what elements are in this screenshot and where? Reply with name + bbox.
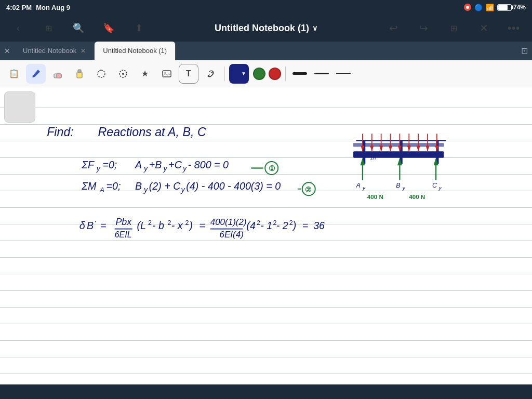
time-display: 4:02 PM [6,4,32,11]
svg-marker-82 [417,146,420,152]
lasso-tool-button[interactable] [113,64,133,84]
svg-text:(2) + C: (2) + C [149,180,181,192]
pen-tool-button[interactable] [26,64,46,84]
eraser-icon [52,69,63,79]
split-view-icon[interactable]: ⊡ [521,46,528,56]
svg-line-0 [33,75,33,77]
status-left: 4:02 PM Mon Aug 9 [6,4,70,11]
svg-marker-84 [425,146,429,152]
nav-left-buttons: ‹ ⊞ 🔍 🔖 ⬆ [8,18,149,38]
handwriting-canvas: Find: Reactions at A, B, C ΣF y =0; A y … [0,87,532,384]
svg-text:②: ② [305,185,312,194]
page-thumbnail[interactable] [4,91,35,123]
nav-title-area[interactable]: Untitled Notebook (1) ∨ [215,23,317,34]
drawing-toolbar: 📋 [0,60,532,87]
lasso-icon [118,69,128,79]
stroke-medium-button[interactable] [312,64,331,84]
svg-text:δ: δ [79,220,86,231]
app-container: 4:02 PM Mon Aug 9 🔵 📶 74% ‹ ⊞ 🔍 🔖 ⬆ [0,0,532,384]
tab-untitled-notebook[interactable]: Untitled Notebook ✕ [15,42,95,60]
tab-1-close-icon[interactable]: ✕ [81,47,86,55]
color-dropdown-button[interactable]: ▼ [229,64,249,84]
svg-rect-66 [400,141,402,164]
date-display: Mon Aug 9 [36,4,70,11]
svg-text:y: y [182,164,187,172]
battery-percent: 74% [513,4,526,11]
share-button[interactable]: ⬆ [129,18,149,38]
svg-text:400 N: 400 N [409,193,425,200]
image-tool-button[interactable] [157,64,177,84]
svg-text:+C: +C [168,159,182,170]
record-indicator [464,4,471,11]
close-button[interactable]: ✕ [474,18,494,38]
svg-text:- x: - x [171,220,183,231]
star-tool-button[interactable]: ★ [135,64,155,84]
svg-text:y: y [362,185,366,191]
notebook-pages-button[interactable]: 📋 [4,64,24,84]
highlighter-icon [74,69,85,79]
link-tool-button[interactable] [201,64,220,84]
eraser-tool-button[interactable] [48,64,68,84]
svg-marker-88 [360,158,365,165]
grid-view-button[interactable]: ⊞ [38,18,58,38]
svg-text:ΣF: ΣF [81,159,95,170]
svg-marker-74 [379,146,383,152]
tab-close-inactive[interactable]: ✕ [0,41,15,61]
text-tool-button[interactable]: T [179,64,198,84]
green-color-preset[interactable] [253,68,265,80]
svg-text:1n: 1n [370,155,376,161]
color-dropdown-arrow-icon: ▼ [241,71,246,76]
svg-marker-76 [389,146,392,152]
bluetooth-icon: 🔵 [474,4,483,11]
stroke-medium-indicator [314,73,329,74]
svg-text:400 N: 400 N [367,193,383,200]
svg-text:ΣM: ΣM [81,180,97,192]
svg-text:A: A [355,182,360,189]
battery-bar [497,4,512,11]
svg-text:=: = [199,220,205,231]
stroke-thin-button[interactable] [334,64,353,84]
back-button[interactable]: ‹ [8,18,28,38]
svg-text:2: 2 [168,219,171,227]
svg-text:6EI(4): 6EI(4) [220,230,244,240]
svg-text:Reactions  at    A,  B,  C: Reactions at A, B, C [98,125,206,139]
undo-button[interactable]: ↩ [383,18,403,38]
select-tool-button[interactable] [91,64,111,84]
bookmark-button[interactable]: 🔖 [99,18,118,38]
svg-marker-72 [370,146,374,152]
svg-text:B: B [396,182,400,189]
highlighter-tool-button[interactable] [70,64,89,84]
red-color-preset[interactable] [269,68,281,80]
tab-label-1: Untitled Notebook [23,47,76,55]
stroke-thick-button[interactable] [290,64,310,84]
svg-text:2: 2 [185,219,189,227]
svg-marker-70 [361,146,364,152]
svg-text:y: y [402,185,406,191]
svg-text:- b: - b [152,220,164,231]
tabs-bar: ✕ Untitled Notebook ✕ Untitled Notebook … [0,42,532,60]
svg-marker-80 [407,146,411,152]
svg-point-7 [122,73,124,75]
navigation-bar: ‹ ⊞ 🔍 🔖 ⬆ Untitled Notebook (1) ∨ ↩ ↪ ⊞ … [0,15,532,42]
svg-text:(4) - 400 - 400(3) = 0: (4) - 400 - 400(3) = 0 [186,180,281,192]
svg-text:2: 2 [273,219,276,227]
search-button[interactable]: 🔍 [69,18,88,38]
color-presets [253,68,281,80]
svg-text:=0;: =0; [107,180,121,192]
svg-text:B: B [87,220,94,231]
more-options-button[interactable]: ••• [504,18,524,38]
image-icon [162,69,172,79]
svg-text:36: 36 [313,220,325,231]
svg-text:y: y [143,164,148,172]
svg-rect-64 [353,143,444,147]
svg-rect-5 [98,70,105,77]
title-dropdown-icon: ∨ [312,24,317,32]
svg-rect-4 [78,70,81,73]
wifi-icon: 📶 [486,4,494,11]
svg-text:C: C [432,182,437,189]
svg-marker-78 [398,146,402,152]
add-page-button[interactable]: ⊞ [444,18,463,38]
redo-button[interactable]: ↪ [414,18,433,38]
svg-text:=: = [100,220,106,231]
tab-untitled-notebook-1[interactable]: Untitled Notebook (1) [95,42,176,60]
